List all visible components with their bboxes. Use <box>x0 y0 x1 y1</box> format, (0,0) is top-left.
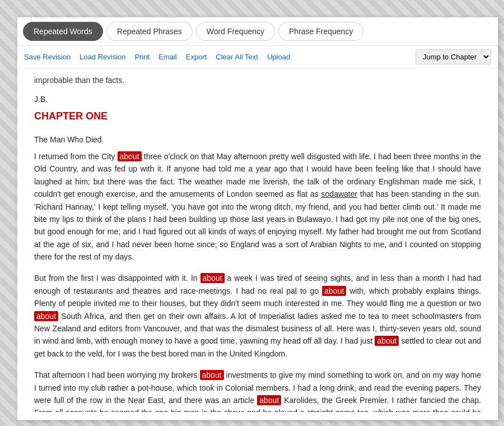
p3-highlight-1: about <box>200 370 224 380</box>
tab-repeated-words[interactable]: Repeated Words <box>23 22 103 41</box>
p2-highlight-3: about <box>34 311 58 321</box>
load-revision-link[interactable]: Load Revision <box>80 53 125 61</box>
p1-text-2: three o'clock on that May afternoon pret… <box>34 152 481 261</box>
p3-text-1: That afternoon I had been worrying my br… <box>34 371 200 379</box>
truncated-text: improbable than the facts. <box>34 74 481 86</box>
tab-word-frequency[interactable]: Word Frequency <box>196 22 275 41</box>
clear-all-text-link[interactable]: Clear All Text <box>216 53 258 61</box>
p2-text-1: But from the first I was disappointed wi… <box>34 274 200 283</box>
email-link[interactable]: Email <box>158 53 177 61</box>
paragraph-1: I returned from the City about three o'c… <box>34 150 481 263</box>
save-revision-link[interactable]: Save Revision <box>24 53 71 61</box>
chapter-author: J.B. <box>34 93 481 105</box>
p2-highlight-1: about <box>200 273 225 283</box>
paragraph-2: But from the first I was disappointed wi… <box>34 272 481 360</box>
content-area: improbable than the facts. J.B. CHAPTER … <box>17 68 498 412</box>
toolbar: Save Revision Load Revision Print Email … <box>17 46 498 68</box>
upload-link[interactable]: Upload <box>267 53 290 61</box>
p3-highlight-2: about <box>257 395 281 405</box>
jump-to-chapter-select[interactable]: Jump to Chapter <box>416 49 491 64</box>
tab-phrase-frequency[interactable]: Phrase Frequency <box>278 22 363 41</box>
p2-highlight-2: about <box>322 286 346 296</box>
print-link[interactable]: Print <box>135 53 150 61</box>
tab-repeated-phrases[interactable]: Repeated Phrases <box>106 22 193 41</box>
chapter-title: CHAPTER ONE <box>34 108 481 124</box>
section-title: The Man Who Died <box>34 133 481 146</box>
p1-highlight-1: about <box>118 151 142 161</box>
paragraph-3: That afternoon I had been worrying my br… <box>34 369 481 412</box>
export-link[interactable]: Export <box>186 53 207 61</box>
tabs-bar: Repeated Words Repeated Phrases Word Fre… <box>17 17 498 46</box>
p1-text-1: I returned from the City <box>34 152 118 161</box>
p2-highlight-4: about <box>375 336 399 346</box>
